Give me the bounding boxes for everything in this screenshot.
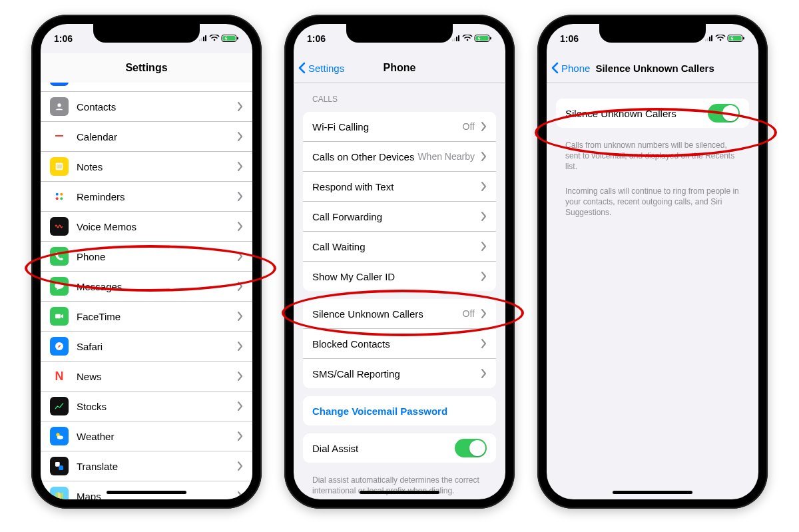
chevron-right-icon (238, 372, 243, 381)
row-label: Messages (77, 281, 234, 292)
row-call-forwarding[interactable]: Call Forwarding (303, 201, 496, 231)
svg-point-18 (60, 193, 63, 196)
svg-point-9 (57, 103, 61, 107)
settings-row-calendar[interactable]: Calendar (41, 121, 252, 151)
chevron-right-icon (238, 192, 243, 201)
back-button[interactable]: Settings (294, 62, 344, 74)
settings-row-notes[interactable]: Notes (41, 151, 252, 181)
page-title: Silence Unknown Callers (590, 63, 714, 74)
row-detail: Off (463, 121, 475, 132)
row-label: Stocks (77, 401, 234, 412)
settings-row-phone[interactable]: Phone (41, 241, 252, 271)
settings-row-mail[interactable]: Mail (41, 83, 252, 91)
messages-icon (50, 277, 69, 296)
svg-rect-27 (59, 465, 63, 470)
row-label: Wi-Fi Calling (312, 121, 463, 133)
status-time: 1:06 (54, 33, 73, 44)
chevron-right-icon (238, 461, 243, 471)
row-label: FaceTime (77, 311, 234, 322)
reminders-icon (50, 187, 69, 206)
chevron-right-icon (238, 252, 243, 261)
row-wi-fi-calling[interactable]: Wi-Fi CallingOff (303, 112, 496, 141)
row-respond-with-text[interactable]: Respond with Text (303, 171, 496, 201)
silence-footer-1: Calls from unknown numbers will be silen… (547, 136, 758, 172)
row-detail: When Nearby (417, 151, 475, 162)
row-label: Phone (77, 251, 234, 262)
chevron-right-icon (481, 309, 487, 318)
settings-row-contacts[interactable]: Contacts (41, 91, 252, 121)
back-label: Phone (561, 63, 590, 74)
notch (346, 24, 453, 43)
chevron-right-icon (481, 339, 487, 348)
dial-assist-row: Dial Assist (303, 433, 496, 463)
row-label: Voice Memos (77, 221, 234, 232)
notch (93, 24, 200, 43)
screen-silence-unknown: 1:06 Phone Silence Unknown Callers Silen… (547, 24, 758, 499)
maps-icon (50, 487, 69, 499)
home-indicator[interactable] (613, 491, 692, 494)
stocks-icon (50, 397, 69, 415)
svg-point-17 (56, 197, 59, 200)
page-title: Settings (41, 62, 252, 74)
safari-icon (50, 337, 69, 356)
row-calls-on-other-devices[interactable]: Calls on Other DevicesWhen Nearby (303, 141, 496, 171)
settings-list[interactable]: MailContactsCalendarNotesRemindersVoice … (41, 83, 252, 499)
row-label: Silence Unknown Callers (312, 308, 463, 320)
chevron-right-icon (481, 369, 487, 378)
settings-row-news[interactable]: NNews (41, 361, 252, 391)
silence-label: Silence Unknown Callers (565, 108, 708, 119)
row-blocked-contacts[interactable]: Blocked Contacts (303, 328, 496, 358)
row-label: Calendar (77, 131, 234, 142)
settings-row-voice-memos[interactable]: Voice Memos (41, 211, 252, 241)
chevron-right-icon (238, 282, 243, 291)
phone-settings-list[interactable]: CALLS Wi-Fi CallingOffCalls on Other Dev… (294, 83, 505, 499)
nav-bar: Settings Phone (294, 53, 505, 83)
phone-icon (50, 247, 69, 266)
silence-footer-2: Incoming calls will continue to ring fro… (547, 182, 758, 218)
chevron-right-icon (238, 162, 243, 171)
svg-rect-26 (55, 462, 60, 467)
silence-toggle[interactable] (708, 104, 740, 123)
svg-point-16 (56, 193, 59, 196)
row-sms/call-reporting[interactable]: SMS/Call Reporting (303, 358, 496, 388)
chevron-right-icon (238, 342, 243, 351)
weather-icon (50, 427, 69, 445)
settings-row-stocks[interactable]: Stocks (41, 391, 252, 421)
svg-rect-20 (55, 314, 61, 319)
settings-row-safari[interactable]: Safari (41, 331, 252, 361)
change-voicemail-password[interactable]: Change Voicemail Password (303, 396, 496, 425)
row-label: Translate (77, 461, 234, 472)
screen-settings: 1:06 Settings MailContactsCalendarNotesR… (41, 24, 252, 499)
home-indicator[interactable] (360, 491, 439, 494)
settings-row-weather[interactable]: Weather (41, 421, 252, 451)
section-header-calls: CALLS (294, 83, 505, 108)
svg-point-19 (60, 197, 63, 200)
home-indicator[interactable] (107, 491, 186, 494)
facetime-icon (50, 307, 69, 326)
settings-row-maps[interactable]: Maps (41, 481, 252, 499)
row-label: Notes (77, 161, 234, 172)
contacts-icon (50, 97, 69, 116)
dial-assist-label: Dial Assist (312, 443, 455, 454)
dial-assist-toggle[interactable] (455, 439, 487, 457)
svg-marker-29 (58, 492, 61, 499)
row-label: Reminders (77, 191, 234, 202)
settings-row-translate[interactable]: Translate (41, 451, 252, 481)
chevron-right-icon (481, 182, 487, 191)
settings-row-facetime[interactable]: FaceTime (41, 301, 252, 331)
svg-rect-11 (55, 136, 63, 140)
row-label: Contacts (77, 101, 234, 113)
back-button[interactable]: Phone (547, 62, 590, 74)
status-time: 1:06 (307, 33, 326, 44)
settings-row-reminders[interactable]: Reminders (41, 181, 252, 211)
settings-row-messages[interactable]: Messages (41, 271, 252, 301)
row-label: Safari (77, 341, 234, 352)
row-call-waiting[interactable]: Call Waiting (303, 231, 496, 261)
row-silence-unknown-callers[interactable]: Silence Unknown CallersOff (303, 299, 496, 328)
row-show-my-caller-id[interactable]: Show My Caller ID (303, 261, 496, 291)
chevron-right-icon (238, 401, 243, 411)
row-label: Calls on Other Devices (312, 151, 417, 162)
news-icon: N (50, 367, 69, 386)
chevron-right-icon (238, 431, 243, 441)
notch (599, 24, 706, 43)
